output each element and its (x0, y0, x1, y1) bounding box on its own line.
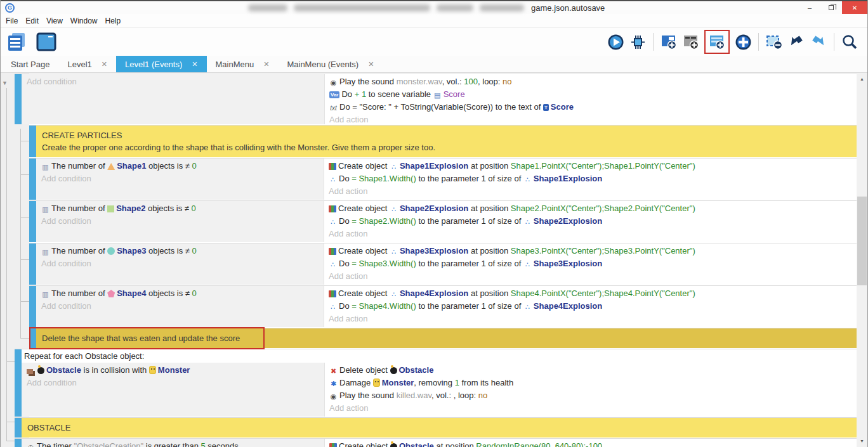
minimize-button[interactable]: – (799, 1, 820, 14)
condition-line[interactable]: ▥The number of Shape4 objects is ≠ 0 (41, 287, 324, 300)
new-object-button[interactable] (734, 32, 752, 51)
add-action-button[interactable]: Add action (329, 270, 857, 283)
conditions-column[interactable]: ◷The timer "ObstacleCreation" is greater… (22, 439, 324, 447)
action-line[interactable]: ◉Play the sound killed.wav, vol.: , loop… (329, 389, 857, 402)
shape4-particles-event[interactable]: ▥The number of Shape4 objects is ≠ 0Add … (29, 285, 857, 327)
condition-line[interactable]: Obstacle is in collision with Monster (27, 364, 324, 377)
actions-column[interactable]: Create object ∴Shape3Explosion at positi… (324, 243, 857, 285)
action-line[interactable]: Create object ∴Shape4Explosion at positi… (329, 287, 857, 300)
actions-column[interactable]: Create object ∴Shape2Explosion at positi… (324, 201, 857, 242)
tab-mainmenu[interactable]: MainMenu✕ (207, 56, 279, 72)
condition-line[interactable]: ▥The number of Shape3 objects is ≠ 0 (41, 245, 324, 257)
undo-button[interactable] (787, 32, 805, 51)
action-line[interactable]: ✱Damage Monster, removing 1 from its hea… (329, 377, 857, 389)
vertical-scrollbar[interactable]: ▲ ▼ (857, 73, 867, 447)
menu-file[interactable]: File (6, 15, 23, 27)
restore-button[interactable] (820, 1, 842, 14)
menu-help[interactable]: Help (105, 15, 127, 27)
action-line[interactable]: ∴Do = Shape4.Width() to the parameter 1 … (329, 300, 857, 313)
condition-line[interactable]: ◷The timer "ObstacleCreation" is greater… (27, 440, 324, 447)
tab-start-page[interactable]: Start Page (2, 56, 58, 72)
project-manager-button[interactable] (5, 30, 29, 54)
shape1-particles-event[interactable]: ▥The number of Shape1 objects is ≠ 0Add … (29, 158, 857, 200)
tab-label: MainMenu (Events) (287, 60, 358, 69)
action-line[interactable]: VarDo + 1 to scene variable ▤Score (329, 88, 857, 101)
menu-window[interactable]: Window (70, 15, 103, 27)
conditions-column[interactable]: ▥The number of Shape2 objects is ≠ 0Add … (36, 201, 324, 242)
close-button[interactable]: ✕ (842, 1, 867, 14)
text-segment: Play the sound (339, 77, 397, 86)
new-external-events-button[interactable] (708, 32, 726, 51)
tab-mainmenu-events-[interactable]: MainMenu (Events)✕ (278, 56, 383, 72)
add-action-button[interactable]: Add action (329, 402, 857, 415)
tree-line (6, 361, 15, 362)
collapse-arrow-icon[interactable]: ▼ (2, 80, 8, 86)
monster-sound-score-event[interactable]: Add condition◉Play the sound monster.wav… (15, 74, 857, 124)
action-line[interactable]: Create object Obstacle at position Rando… (329, 440, 857, 447)
condition-line[interactable]: ▥The number of Shape1 objects is ≠ 0 (41, 160, 324, 172)
condition-line[interactable]: ▥The number of Shape2 objects is ≠ 0 (41, 202, 324, 215)
text-segment: Add action (329, 229, 367, 238)
scrollbar-thumb[interactable] (857, 197, 867, 285)
search-button[interactable] (841, 32, 858, 51)
text-segment: Shape1Explosion (534, 174, 602, 183)
add-condition-button[interactable]: Add condition (27, 377, 324, 389)
obstacle-comment[interactable]: OBSTACLE (15, 417, 857, 437)
tab-close-icon[interactable]: ✕ (102, 60, 107, 68)
obstacle-collision-repeat-event[interactable]: Repeat for each Obstacle object:Obstacle… (15, 349, 857, 417)
action-line[interactable]: Create object ∴Shape2Explosion at positi… (329, 202, 857, 215)
shape2-particles-event[interactable]: ▥The number of Shape2 objects is ≠ 0Add … (29, 200, 857, 242)
menu-view[interactable]: View (46, 15, 69, 27)
preview-window-button[interactable] (34, 30, 58, 54)
text-segment: objects is (146, 246, 185, 256)
tab-close-icon[interactable]: ✕ (368, 60, 374, 68)
create-particles-comment[interactable]: CREATE PARTICLESCreate the proper one ac… (29, 125, 857, 157)
add-action-button[interactable]: Add action (329, 185, 857, 198)
shape3-particles-event[interactable]: ▥The number of Shape3 objects is ≠ 0Add … (29, 243, 857, 285)
create-icon (329, 163, 336, 170)
add-condition-button[interactable]: Add condition (41, 172, 324, 185)
preview-play-button[interactable] (607, 32, 624, 51)
tab-close-icon[interactable]: ✕ (263, 60, 269, 68)
scroll-down-icon[interactable]: ▼ (857, 436, 867, 446)
action-line[interactable]: ∴Do = Shape2.Width() to the parameter 1 … (329, 215, 857, 228)
text-segment: 0 (192, 288, 197, 298)
obstacle-timer-event[interactable]: ◷The timer "ObstacleCreation" is greater… (15, 438, 857, 447)
add-condition-button[interactable]: Add condition (27, 75, 324, 88)
action-line[interactable]: ✖Delete object Obstacle (329, 364, 857, 377)
count-icon: ▥ (41, 205, 49, 214)
actions-column[interactable]: Create object ∴Shape1Explosion at positi… (324, 159, 857, 200)
remove-resource-button[interactable] (765, 32, 783, 51)
conditions-column[interactable]: ▥The number of Shape1 objects is ≠ 0Add … (36, 159, 324, 200)
tab-close-icon[interactable]: ✕ (192, 60, 197, 68)
debug-button[interactable] (629, 32, 647, 51)
delete-shape-comment[interactable]: Delete the shape that was eaten and upda… (29, 328, 857, 348)
add-condition-button[interactable]: Add condition (41, 300, 324, 313)
redo-button[interactable] (810, 32, 827, 51)
conditions-column[interactable]: Add condition (22, 74, 324, 124)
add-condition-button[interactable]: Add condition (41, 257, 324, 270)
actions-column[interactable]: ✖Delete object Obstacle✱Damage Monster, … (324, 363, 857, 417)
action-line[interactable]: Create object ∴Shape1Explosion at positi… (329, 160, 857, 172)
actions-column[interactable]: ◉Play the sound monster.wav, vol.: 100, … (324, 74, 857, 124)
action-line[interactable]: ∴Do = Shape1.Width() to the parameter 1 … (329, 172, 857, 185)
actions-column[interactable]: Create object ∴Shape4Explosion at positi… (324, 286, 857, 327)
menu-edit[interactable]: Edit (25, 15, 44, 27)
conditions-column[interactable]: Obstacle is in collision with MonsterAdd… (22, 363, 324, 417)
action-line[interactable]: ◉Play the sound monster.wav, vol.: 100, … (329, 75, 857, 88)
add-condition-button[interactable]: Add condition (41, 215, 324, 228)
action-line[interactable]: Create object ∴Shape3Explosion at positi… (329, 245, 857, 257)
action-line[interactable]: txtDo = "Score: " + ToString(Variable(Sc… (329, 101, 857, 113)
tab-level1-events-[interactable]: Level1 (Events)✕ (116, 56, 207, 72)
scroll-up-icon[interactable]: ▲ (857, 74, 867, 84)
new-external-layout-button[interactable] (682, 32, 700, 51)
tab-level1[interactable]: Level1✕ (58, 56, 116, 72)
add-action-button[interactable]: Add action (329, 313, 857, 325)
actions-column[interactable]: Create object Obstacle at position Rando… (324, 439, 857, 447)
new-scene-button[interactable] (660, 32, 678, 51)
add-action-button[interactable]: Add action (329, 228, 857, 240)
conditions-column[interactable]: ▥The number of Shape4 objects is ≠ 0Add … (36, 286, 324, 327)
conditions-column[interactable]: ▥The number of Shape3 objects is ≠ 0Add … (36, 243, 324, 285)
add-action-button[interactable]: Add action (329, 113, 857, 124)
action-line[interactable]: ∴Do = Shape3.Width() to the parameter 1 … (329, 257, 857, 270)
